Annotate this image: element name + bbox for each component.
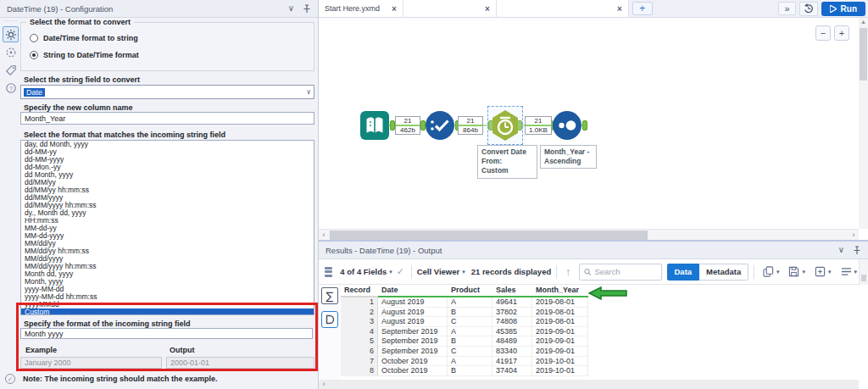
format-list-item[interactable]: MM-dd-yyyy bbox=[21, 232, 314, 240]
drag-handle-icon[interactable]: ····· bbox=[0, 18, 21, 25]
table-cell: B bbox=[448, 366, 492, 376]
column-header-month_year[interactable]: Month_Year bbox=[532, 285, 588, 297]
apply-checkmark-icon[interactable]: ✓ bbox=[397, 266, 404, 277]
table-row[interactable]: 8October 2019B374042019-10-01 bbox=[341, 366, 588, 376]
new-tab-button[interactable]: + bbox=[632, 2, 653, 15]
format-list-item[interactable]: MM/dd/yy hh:mm:ss bbox=[21, 247, 314, 255]
scrollbar-thumb[interactable] bbox=[860, 28, 867, 81]
new-column-label: Specify the new column name bbox=[24, 103, 133, 112]
column-header-record[interactable]: Record bbox=[341, 285, 378, 297]
configuration-panel: DateTime (19) - Configuration ∨ ····· bbox=[0, 0, 319, 389]
output-anchor[interactable] bbox=[582, 120, 587, 131]
close-icon[interactable]: × bbox=[485, 4, 490, 14]
radio-button[interactable] bbox=[30, 51, 38, 59]
datetime-tool[interactable] bbox=[491, 109, 520, 142]
cell-viewer-button[interactable]: Cell Viewer bbox=[417, 267, 460, 276]
format-list-item[interactable]: dd Month, yyyy bbox=[21, 171, 314, 179]
format-list-item[interactable]: HH:mm:ss bbox=[21, 217, 314, 225]
scrollbar-thumb[interactable] bbox=[330, 231, 648, 240]
format-list-item[interactable]: dy., Month dd, yyyy bbox=[21, 209, 314, 217]
chevron-down-icon[interactable]: ▾ bbox=[389, 269, 392, 275]
format-listbox[interactable]: day, dd Month, yyyydd-MM-yydd-MM-yyyydd-… bbox=[20, 140, 314, 315]
run-button[interactable]: Run bbox=[821, 2, 865, 16]
up-arrow-icon[interactable]: ↑ bbox=[565, 266, 570, 278]
custom-format-input[interactable] bbox=[20, 328, 313, 339]
input-data-tool[interactable] bbox=[360, 111, 389, 140]
sort-tool[interactable] bbox=[553, 111, 581, 140]
results-vertical-scrollbar[interactable] bbox=[859, 259, 868, 285]
data-tab-button[interactable]: Data bbox=[667, 264, 700, 281]
metadata-tab-button[interactable]: Metadata bbox=[699, 264, 748, 281]
table-rows-icon[interactable] bbox=[324, 265, 333, 279]
connection-record-badge[interactable]: 21 864b bbox=[458, 116, 483, 135]
collapse-chevron-icon[interactable]: ∨ bbox=[288, 4, 294, 13]
table-row[interactable]: 4September 2019A453852019-09-01 bbox=[341, 327, 588, 337]
column-header-product[interactable]: Product bbox=[448, 285, 492, 297]
tag-icon[interactable] bbox=[3, 62, 19, 78]
note-row: ✓ Note: The incoming string should match… bbox=[5, 374, 218, 384]
tab-untitled-3[interactable]: × bbox=[497, 0, 629, 17]
search-input[interactable] bbox=[594, 267, 656, 276]
output-anchor-icon[interactable] bbox=[321, 311, 338, 328]
scroll-left-icon[interactable]: ‹ bbox=[319, 380, 329, 389]
help-icon[interactable]: ? bbox=[3, 80, 19, 96]
new-window-icon[interactable]: ▾ bbox=[815, 266, 834, 277]
schedule-history-icon[interactable] bbox=[799, 2, 818, 16]
table-row[interactable]: 3August 2019C748082019-08-01 bbox=[341, 317, 588, 327]
search-box[interactable] bbox=[579, 264, 662, 281]
table-row[interactable]: 2August 2019B378022019-08-01 bbox=[341, 308, 588, 318]
connection-record-badge[interactable]: 21 1.0KB bbox=[525, 116, 552, 135]
format-list-item[interactable]: Month dd, yyyy bbox=[21, 270, 314, 278]
record-number-cell: 5 bbox=[341, 336, 378, 347]
connection-record-badge[interactable]: 21 462b bbox=[395, 116, 420, 135]
table-row[interactable]: 1August 2019A496412019-08-01 bbox=[341, 297, 588, 308]
radio-button[interactable] bbox=[30, 34, 38, 42]
format-list-item[interactable]: yyyy-MM-dd hh:mm:ss bbox=[21, 293, 314, 301]
copy-icon[interactable]: ▾ bbox=[763, 266, 782, 277]
format-list-item[interactable]: Custom bbox=[21, 308, 314, 315]
canvas-horizontal-scrollbar[interactable]: ‹ › bbox=[319, 229, 859, 240]
records-displayed-text: 21 records displayed bbox=[471, 267, 552, 276]
column-header-date[interactable]: Date bbox=[378, 285, 448, 297]
format-list-item[interactable]: dd/MM/yy hh:mm:ss bbox=[21, 186, 314, 194]
sort-annotation[interactable]: Month_Year - Ascending bbox=[540, 145, 597, 169]
new-column-input[interactable] bbox=[20, 112, 314, 125]
radio-datetime-to-string[interactable]: Date/Time format to string bbox=[30, 34, 138, 42]
workflow-canvas[interactable]: − + 21 462b bbox=[319, 18, 868, 229]
tab-start-here[interactable]: Start Here.yxmd × bbox=[319, 0, 403, 17]
chevron-down-icon[interactable]: ▾ bbox=[462, 269, 465, 275]
canvas-vertical-scrollbar[interactable]: ▲ bbox=[859, 18, 868, 229]
table-row[interactable]: 5September 2019B484892019-09-01 bbox=[341, 336, 588, 347]
close-icon[interactable]: × bbox=[617, 4, 622, 14]
more-toolbar-chevrons-icon[interactable]: » bbox=[778, 2, 795, 15]
format-list-item[interactable]: Month, yyyy bbox=[21, 278, 314, 286]
format-list-item[interactable]: day, dd Month, yyyy bbox=[21, 141, 314, 148]
datetime-annotation[interactable]: Convert Date From: Custom bbox=[477, 145, 537, 179]
table-row[interactable]: 6September 2019C833402019-09-01 bbox=[341, 347, 588, 357]
select-tool[interactable] bbox=[426, 111, 454, 140]
results-horizontal-scrollbar[interactable]: ‹ bbox=[319, 380, 859, 389]
radio-string-to-datetime[interactable]: String to Date/Time format bbox=[30, 51, 139, 59]
input-anchor-icon[interactable]: ∑ bbox=[321, 287, 338, 304]
string-field-dropdown[interactable]: Date ∨ bbox=[20, 85, 314, 99]
format-list-item[interactable]: MM-dd-yy bbox=[21, 225, 314, 232]
collapse-chevron-icon[interactable]: ∨ bbox=[838, 246, 844, 254]
pin-icon[interactable] bbox=[303, 4, 311, 14]
gear-icon[interactable] bbox=[3, 26, 19, 42]
pin-icon[interactable] bbox=[853, 246, 861, 255]
navigation-target-icon[interactable] bbox=[3, 44, 19, 60]
format-list-item[interactable]: dd-MM-yyyy bbox=[21, 156, 314, 164]
zoom-in-button[interactable]: + bbox=[834, 25, 849, 41]
format-list-item[interactable]: yyyyMMdd bbox=[21, 301, 314, 308]
table-row[interactable]: 7October 2019A419172019-10-01 bbox=[341, 357, 588, 367]
format-list-item[interactable]: dd-MM-yy bbox=[21, 148, 314, 156]
save-icon[interactable]: ▾ bbox=[788, 266, 808, 277]
scroll-up-icon[interactable]: ▲ bbox=[859, 18, 868, 26]
view-options-menu-icon[interactable]: ▾ bbox=[841, 267, 860, 276]
column-header-sales[interactable]: Sales bbox=[492, 285, 532, 297]
tab-untitled-2[interactable]: × bbox=[403, 0, 497, 17]
table-header-row: RecordDateProductSalesMonth_Year bbox=[341, 285, 588, 297]
zoom-out-button[interactable]: − bbox=[815, 25, 831, 41]
fields-summary[interactable]: 4 of 4 Fields bbox=[340, 267, 387, 276]
close-icon[interactable]: × bbox=[392, 4, 397, 14]
